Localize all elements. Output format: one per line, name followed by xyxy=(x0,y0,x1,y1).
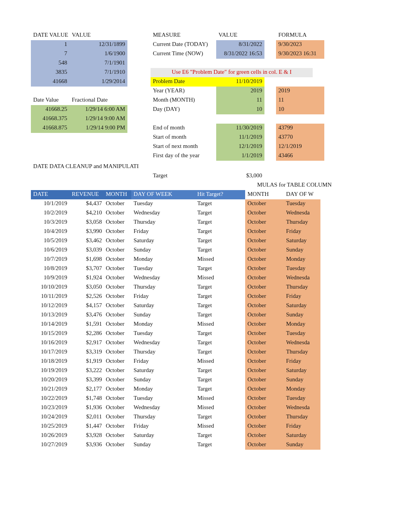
cell-hit[interactable]: Target xyxy=(195,246,245,255)
cell[interactable]: Day (DAY) xyxy=(151,105,216,114)
cell-revenue[interactable]: $3,990 xyxy=(69,227,104,236)
cell-dow2[interactable]: Saturday xyxy=(284,301,320,311)
th-hit[interactable]: Hit Target? xyxy=(195,190,245,199)
cell[interactable]: 7 xyxy=(31,49,69,59)
cell-hit[interactable]: Target xyxy=(195,283,245,292)
cell-hit[interactable]: Target xyxy=(195,292,245,301)
cell-revenue[interactable]: $1,924 xyxy=(69,274,104,283)
cell-dow[interactable]: Saturday xyxy=(131,431,195,440)
cell-date[interactable]: 10/17/2019 xyxy=(31,348,69,357)
cell-hit[interactable]: Missed xyxy=(195,357,245,366)
cell-month2[interactable]: October xyxy=(245,255,284,264)
cell-revenue[interactable]: $3,039 xyxy=(69,246,104,255)
cell-dow[interactable]: Saturday xyxy=(131,236,195,246)
th-revenue[interactable]: REVENUE xyxy=(69,190,104,199)
cell-dow2[interactable]: Friday xyxy=(284,357,320,366)
cell-revenue[interactable]: $3,707 xyxy=(69,264,104,274)
cell[interactable]: 43770 xyxy=(276,133,324,142)
cell-dow[interactable]: Sunday xyxy=(131,311,195,320)
cell[interactable]: 8/31/2022 16:53 xyxy=(216,49,264,59)
cell[interactable]: 2019 xyxy=(276,87,324,96)
cell-dow[interactable]: Thursday xyxy=(131,218,195,227)
cell[interactable]: 1/29/2014 xyxy=(69,77,127,87)
cell-month2[interactable]: October xyxy=(245,394,284,403)
cell-month2[interactable]: October xyxy=(245,385,284,394)
cell-hit[interactable]: Missed xyxy=(195,394,245,403)
cell-revenue[interactable]: $1,919 xyxy=(69,357,104,366)
cell-revenue[interactable]: $3,399 xyxy=(69,376,104,385)
th-dow[interactable]: DAY OF WEEK xyxy=(131,190,195,199)
cell-dow[interactable]: Monday xyxy=(131,320,195,329)
cell-hit[interactable]: Target xyxy=(195,301,245,311)
cell-month[interactable]: October xyxy=(104,264,131,274)
cell-dow2[interactable]: Sunday xyxy=(284,376,320,385)
cell[interactable]: 11 xyxy=(216,96,264,105)
cell-month[interactable]: October xyxy=(104,227,131,236)
cell[interactable]: 12/1/2019 xyxy=(216,142,264,151)
cell-month2[interactable]: October xyxy=(245,422,284,431)
cell-month2[interactable]: October xyxy=(245,366,284,376)
cell-date[interactable]: 10/5/2019 xyxy=(31,236,69,246)
cell-month2[interactable]: October xyxy=(245,413,284,422)
cell-hit[interactable]: Target xyxy=(195,311,245,320)
cell-month2[interactable]: October xyxy=(245,209,284,218)
cell[interactable]: 1 xyxy=(31,40,69,49)
cell-dow2[interactable]: Thursday xyxy=(284,348,320,357)
cell[interactable]: 3835 xyxy=(31,68,69,77)
cell-revenue[interactable]: $1,698 xyxy=(69,255,104,264)
cell[interactable]: End of month xyxy=(151,124,216,133)
cell-dow2[interactable]: Tuesday xyxy=(284,199,320,209)
cell-hit[interactable]: Target xyxy=(195,431,245,440)
cell[interactable]: 41668 xyxy=(31,77,69,87)
cell-hit[interactable]: Target xyxy=(195,264,245,274)
cell-hit[interactable]: Target xyxy=(195,440,245,450)
cell-dow[interactable]: Friday xyxy=(131,422,195,431)
cell[interactable]: 41668.25 xyxy=(31,105,69,114)
cell-month2[interactable]: October xyxy=(245,264,284,274)
cell-dow[interactable]: Saturday xyxy=(131,301,195,311)
cell-dow[interactable]: Monday xyxy=(131,255,195,264)
cell[interactable]: 548 xyxy=(31,59,69,68)
target-value[interactable]: $3,000 xyxy=(216,172,264,181)
cell-month[interactable]: October xyxy=(104,403,131,413)
cell-hit[interactable]: Target xyxy=(195,338,245,348)
cell-month2[interactable]: October xyxy=(245,329,284,338)
cell-month[interactable]: October xyxy=(104,431,131,440)
cell-date[interactable]: 10/15/2019 xyxy=(31,329,69,338)
cell[interactable]: First day of the year xyxy=(151,151,216,161)
cell[interactable]: 9/30/2023 16:31 xyxy=(276,49,324,59)
cell-month2[interactable]: October xyxy=(245,218,284,227)
cell[interactable]: Current Date (TODAY) xyxy=(151,40,216,49)
cell-dow2[interactable]: Tuesday xyxy=(284,329,320,338)
cell-dow[interactable]: Saturday xyxy=(131,366,195,376)
cell[interactable]: 10 xyxy=(276,105,324,114)
cell-date[interactable]: 10/6/2019 xyxy=(31,246,69,255)
cell[interactable]: 2019 xyxy=(216,87,264,96)
cell-dow[interactable]: Sunday xyxy=(131,440,195,450)
cell-month2[interactable]: October xyxy=(245,431,284,440)
cell-dow[interactable]: Wednesday xyxy=(131,403,195,413)
cell-month[interactable]: October xyxy=(104,274,131,283)
cell-dow2[interactable]: Tuesday xyxy=(284,394,320,403)
cell-dow[interactable]: Sunday xyxy=(131,376,195,385)
cell-revenue[interactable]: $4,437 xyxy=(69,199,104,209)
cell-dow[interactable]: Friday xyxy=(131,292,195,301)
cell-month[interactable]: October xyxy=(104,255,131,264)
cell-month[interactable]: October xyxy=(104,366,131,376)
cell-revenue[interactable]: $1,748 xyxy=(69,394,104,403)
cell-date[interactable]: 10/22/2019 xyxy=(31,394,69,403)
cell-revenue[interactable]: $2,177 xyxy=(69,385,104,394)
cell-month[interactable]: October xyxy=(104,338,131,348)
cell-date[interactable]: 10/10/2019 xyxy=(31,283,69,292)
cell-date[interactable]: 10/11/2019 xyxy=(31,292,69,301)
cell-date[interactable]: 10/9/2019 xyxy=(31,274,69,283)
cell-month2[interactable]: October xyxy=(245,246,284,255)
cell-date[interactable]: 10/16/2019 xyxy=(31,338,69,348)
cell-date[interactable]: 10/27/2019 xyxy=(31,440,69,450)
cell-dow2[interactable]: Monday xyxy=(284,320,320,329)
cell-dow[interactable]: Tuesday xyxy=(131,329,195,338)
cell[interactable]: 1/29/14 9:00 AM xyxy=(69,114,127,124)
cell[interactable]: 10 xyxy=(216,105,264,114)
cell-hit[interactable]: Target xyxy=(195,366,245,376)
cell-revenue[interactable]: $3,319 xyxy=(69,348,104,357)
